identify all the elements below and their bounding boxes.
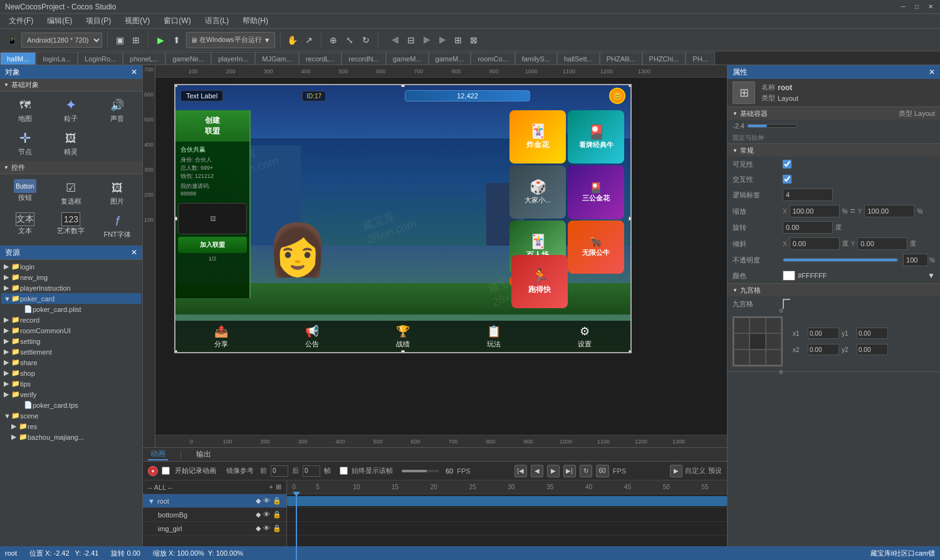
color-dropdown[interactable]: ▼ — [927, 271, 935, 280]
arrow-tool[interactable]: ↗ — [302, 33, 316, 47]
tab-login[interactable]: loginLa... — [36, 52, 78, 65]
object-sprite[interactable]: 🖼 精灵 — [49, 127, 94, 159]
layer-visible-icon[interactable]: 👁 — [263, 497, 270, 505]
game-card-kanpai[interactable]: 🎴 看牌经典牛 — [568, 110, 624, 163]
asset-verify[interactable]: ▶ 📁 verify — [1, 389, 141, 400]
object-map[interactable]: 🗺 地图 — [3, 94, 48, 126]
control-checkbox[interactable]: ☑ 复选框 — [49, 177, 94, 209]
nav-settings[interactable]: ⚙ 设置 — [578, 324, 592, 349]
scale-y-input[interactable] — [864, 205, 914, 217]
game-preview[interactable]: Text Label ID:17 12,422 😊 创建联盟 合伙共赢 身份: … — [174, 84, 632, 353]
asset-tips[interactable]: ▶ 📁 tips — [1, 378, 141, 389]
play-pause-btn[interactable]: ▶ — [547, 465, 560, 477]
asset-poker-tps[interactable]: 📄 poker_card.tps — [1, 400, 141, 410]
layer-visible-icon[interactable]: ◆ — [256, 511, 261, 519]
control-text[interactable]: 文本 文本 — [3, 210, 48, 242]
asset-new-img[interactable]: ▶ 📁 new_img — [1, 272, 141, 283]
align-bottom[interactable]: ⊠ — [467, 33, 481, 47]
align-left[interactable]: ⫷ — [389, 33, 402, 47]
export-button[interactable]: ⬆ — [170, 33, 184, 47]
asset-room-common[interactable]: ▶ 📁 roomCommonUI — [1, 325, 141, 336]
square-icon[interactable]: ▣ — [113, 33, 127, 47]
asset-player-inst[interactable]: ▶ 📁 playerInstruction — [1, 283, 141, 293]
timeline-layer-root[interactable]: ▼ root ◆ 👁 🔒 — [143, 494, 286, 508]
basic-objects-header[interactable]: 基础对象 — [0, 79, 142, 91]
align-center-h[interactable]: ⊟ — [404, 33, 418, 47]
tab-loginr[interactable]: LoginRo... — [78, 52, 123, 65]
loop-btn[interactable]: ↻ — [580, 465, 592, 477]
tab-family[interactable]: familyS... — [515, 52, 557, 65]
x2-input[interactable] — [808, 344, 839, 355]
menu-view[interactable]: 视图(V) — [118, 14, 156, 28]
timeline-all[interactable]: -- ALL -- + ⊞ — [143, 480, 286, 494]
align-top[interactable]: ⫸ — [436, 33, 449, 47]
asset-panel-close[interactable]: ✕ — [131, 248, 137, 257]
play-start-btn[interactable]: |◀ — [514, 465, 527, 477]
play-prev-btn[interactable]: ◀ — [531, 465, 543, 477]
tab-record2[interactable]: recordN... — [342, 52, 385, 65]
asset-shop[interactable]: ▶ 📁 shop — [1, 368, 141, 378]
game-card-dajia[interactable]: 🎲 大家小... — [509, 165, 566, 219]
playhead[interactable] — [296, 494, 297, 560]
tab-hall[interactable]: hallM... — [0, 52, 36, 65]
nav-gameplay[interactable]: 📋 玩法 — [487, 324, 501, 349]
run-button[interactable]: 🖥 在Windows平台运行 ▼ — [186, 32, 275, 48]
after-input[interactable] — [303, 465, 320, 477]
fps-slider[interactable] — [402, 470, 439, 472]
control-button[interactable]: Button 按钮 — [3, 177, 48, 209]
play-next-btn[interactable]: ▶| — [563, 465, 576, 477]
canvas-container[interactable]: 100 200 300 400 500 600 700 800 900 1000… — [143, 65, 727, 447]
tilt-y-input[interactable] — [857, 237, 907, 250]
maximize-button[interactable]: □ — [912, 3, 921, 11]
slider-bar[interactable] — [747, 124, 797, 128]
opacity-slider[interactable] — [783, 258, 898, 262]
platform-select[interactable]: Android(1280 * 720) — [21, 33, 102, 48]
nav-announcement[interactable]: 📢 公告 — [305, 324, 319, 349]
menu-project[interactable]: 项目(P) — [80, 14, 117, 28]
before-input[interactable] — [271, 465, 288, 477]
align-center-v[interactable]: ⊞ — [451, 33, 465, 47]
grid-icon[interactable]: ⊞ — [129, 33, 143, 47]
hand-tool[interactable]: ✋ — [286, 33, 300, 47]
tab-gamem1[interactable]: gameM... — [386, 52, 429, 65]
tab-ph[interactable]: PH... — [686, 52, 714, 65]
logic-tag-input[interactable] — [783, 189, 833, 201]
tab-player[interactable]: playerIn... — [211, 52, 255, 65]
tab-hall-set[interactable]: hallSett... — [557, 52, 600, 65]
y1-input[interactable] — [857, 328, 888, 339]
color-swatch[interactable] — [783, 271, 795, 281]
panel-close-icon[interactable]: ✕ — [131, 68, 137, 76]
asset-login[interactable]: ▶ 📁 login — [1, 261, 141, 272]
close-button[interactable]: ✕ — [926, 3, 935, 11]
menu-file[interactable]: 文件(F) — [3, 14, 39, 28]
game-card-wuxian[interactable]: 🐂 无限公牛 — [568, 220, 624, 274]
always-show-checkbox[interactable] — [340, 467, 348, 475]
asset-setting[interactable]: ▶ 📁 setting — [1, 336, 141, 346]
play-button[interactable]: ▶ — [154, 33, 167, 47]
asset-scene[interactable]: ▼ 📁 scene — [1, 410, 141, 421]
game-card-zhajinhua[interactable]: 🃏 炸金花 — [509, 110, 566, 163]
rotation-input[interactable] — [783, 221, 833, 234]
tab-gamem2[interactable]: gameM... — [429, 52, 471, 65]
all-add-icon[interactable]: + — [269, 483, 273, 491]
tab-record1[interactable]: recordL... — [299, 52, 342, 65]
layer-keyframe-icon[interactable]: ◆ — [256, 497, 261, 505]
tilt-x-input[interactable] — [790, 237, 840, 250]
controls-header[interactable]: 控件 — [0, 162, 142, 174]
control-art-num[interactable]: 123 艺术数字 — [49, 210, 94, 242]
interactive-checkbox[interactable] — [783, 175, 791, 184]
nav-record[interactable]: 🏆 战绩 — [396, 324, 410, 349]
layer-lock-icon[interactable]: 🔒 — [273, 497, 281, 505]
asset-poker-plist[interactable]: 📄 poker_card.plist — [1, 304, 141, 314]
nine-grid-section-header[interactable]: 九宫格 — [728, 284, 940, 296]
layer-lock-icon[interactable]: 👁 — [263, 524, 270, 532]
properties-close[interactable]: ✕ — [929, 68, 935, 76]
timeline-layer-girl[interactable]: img_girl ◆ 👁 🔒 — [143, 522, 286, 536]
timeline-layer-bottombg[interactable]: bottomBg ◆ 👁 🔒 — [143, 508, 286, 522]
asset-poker-card[interactable]: ▼ 📁 poker_card — [1, 293, 141, 304]
record-checkbox[interactable] — [162, 467, 170, 475]
asset-share[interactable]: ▶ 📁 share — [1, 357, 141, 368]
minimize-button[interactable]: ─ — [899, 3, 907, 11]
layer-visible-icon[interactable]: ◆ — [256, 524, 261, 532]
rotate-tool[interactable]: ↻ — [359, 33, 373, 47]
